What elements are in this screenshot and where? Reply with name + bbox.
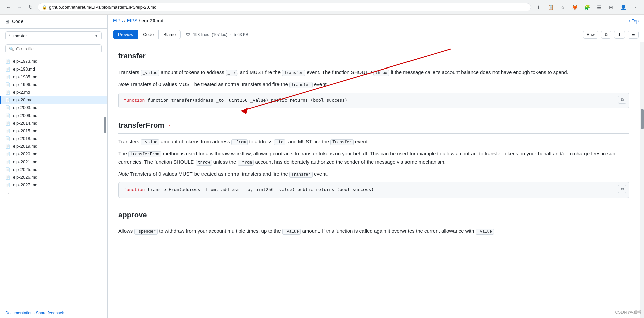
file-item[interactable]: 📄 eip-198.md [0, 65, 107, 73]
sidebar-toggle-icon[interactable]: ⊞ [5, 19, 9, 24]
loc-count: (107 loc) [212, 32, 227, 37]
transferFrom-method-code: transferFrom [128, 151, 161, 157]
more-options-button[interactable]: ☰ [628, 31, 639, 39]
file-name: eip-2014.md [13, 121, 37, 126]
address-bar[interactable]: 🔒 github.com/ethereum/EIPs/blob/master/E… [38, 3, 531, 11]
file-item[interactable]: 📄 eip-2015.md [0, 127, 107, 135]
watermark: CSDN @-联播 [615, 310, 641, 315]
documentation-link[interactable]: Documentation [5, 311, 33, 315]
copy-code-button[interactable]: ⧉ [618, 96, 626, 104]
file-icon: 📄 [5, 75, 10, 79]
vertical-scrollbar[interactable] [640, 42, 644, 318]
file-item[interactable]: 📄 eip-2026.md [0, 173, 107, 181]
breadcrumb-current: eip-20.md [141, 18, 163, 24]
profile-button[interactable]: 👤 [618, 3, 628, 12]
content-header: EIPs / EIPS / eip-20.md ↑ Top [108, 15, 644, 27]
markdown-body: transfer Transfers _value amount of toke… [108, 42, 640, 318]
download-button[interactable]: ⬇ [614, 31, 625, 39]
more-button[interactable]: ⋮ [631, 3, 640, 12]
extension-icon2[interactable]: 🧩 [582, 3, 592, 12]
transfer-note-suffix: event. [313, 81, 328, 87]
share-feedback-link[interactable]: Share feedback [36, 311, 64, 315]
file-item[interactable]: 📄 eip-2009.md [0, 111, 107, 119]
transfer-p1-mid2: , and MUST fire the [237, 69, 282, 75]
file-item[interactable]: 📄 eip-1973.md [0, 57, 107, 65]
file-icon: 📄 [5, 82, 10, 87]
transfer-p1-suffix: if the message caller's account balance … [389, 69, 568, 75]
file-toolbar: Preview Code Blame 🛡 193 lines (107 loc)… [108, 27, 644, 42]
breadcrumb-eips[interactable]: EIPs [113, 18, 123, 24]
note-italic-tf: Note [118, 171, 129, 177]
tab-menu-button[interactable]: ☰ [594, 3, 604, 12]
file-icon: 📄 [5, 98, 10, 102]
file-item[interactable]: 📄 eip-2018.md [0, 135, 107, 142]
function-keyword-tf: function [124, 187, 145, 192]
file-info: 🛡 193 lines (107 loc) · 5.63 KB [186, 32, 248, 37]
tab-code[interactable]: Code [138, 30, 159, 39]
sidebar-title: Code [12, 19, 23, 24]
transferFrom-para1: Transfers _value amount of tokens from a… [118, 138, 629, 146]
transfer-heading: transfer [118, 50, 629, 64]
from-code-tf: _from [231, 139, 248, 145]
search-bar[interactable]: 🔍 [5, 44, 102, 53]
file-icon: 📄 [5, 144, 10, 149]
tab-blame[interactable]: Blame [158, 30, 181, 39]
nav-buttons: ← → ↻ [4, 3, 35, 12]
file-item[interactable]: 📄 eip-2019.md [0, 142, 107, 150]
top-link[interactable]: ↑ Top [629, 18, 639, 24]
file-icon: 📄 [5, 160, 10, 164]
branch-chevron-icon: ▼ [95, 34, 98, 38]
forward-button[interactable]: → [15, 3, 24, 12]
file-icon: 📄 [5, 167, 10, 172]
file-item-active[interactable]: 📄 eip-20.md [0, 96, 107, 104]
file-item[interactable]: 📄 eip-1985.md [0, 73, 107, 81]
bookmark-button[interactable]: ☆ [558, 3, 567, 12]
file-size-separator: · [230, 32, 231, 37]
file-item[interactable]: 📄 eip-2027.md [0, 181, 107, 189]
value-code: _value [141, 70, 159, 76]
extension-icon1[interactable]: 🦊 [570, 3, 579, 12]
from-code-tf2: _from [238, 160, 254, 166]
back-button[interactable]: ← [4, 3, 13, 12]
cast-button[interactable]: 📋 [546, 3, 555, 12]
file-item[interactable]: 📄 eip-2021.md [0, 158, 107, 166]
approve-section: approve Allows _spender to withdraw from… [118, 209, 629, 235]
transferFrom-code-block: function transferFrom(address _from, add… [118, 182, 629, 198]
file-item[interactable]: 📄 eip-2003.md [0, 104, 107, 111]
content-area: EIPs / EIPS / eip-20.md ↑ Top Preview Co… [108, 15, 644, 318]
transfer-event-tf: Transfer [330, 139, 354, 145]
scrollbar-thumb[interactable] [641, 109, 644, 129]
file-name: eip-2020.md [13, 151, 37, 156]
file-item[interactable]: 📄 eip-1996.md [0, 81, 107, 88]
search-icon: 🔍 [9, 47, 14, 51]
reload-button[interactable]: ↻ [26, 3, 35, 12]
breadcrumb: EIPs / EIPS / eip-20.md [113, 18, 164, 24]
split-screen-button[interactable]: ⊟ [606, 3, 616, 12]
file-list: 📄 eip-1973.md 📄 eip-198.md 📄 eip-1985.md… [0, 56, 107, 308]
file-size: 5.63 KB [234, 32, 248, 37]
raw-button[interactable]: Raw [583, 31, 598, 39]
transfer-note-text: Transfers of 0 values MUST be treated as… [129, 81, 289, 87]
copy-raw-button[interactable]: ⧉ [601, 31, 611, 39]
search-input[interactable] [16, 46, 98, 51]
file-name: eip-2026.md [13, 175, 37, 180]
approve-para1: Allows _spender to withdraw from your ac… [118, 227, 629, 235]
sidebar-scrollbar-thumb[interactable] [104, 117, 106, 133]
file-item[interactable]: 📄 eip-2025.md [0, 166, 107, 173]
code-content: function transfer(address _to, uint256 _… [147, 98, 347, 103]
tab-preview[interactable]: Preview [113, 30, 138, 39]
lines-count: 193 lines [193, 32, 209, 37]
transfer-p1-prefix: Transfers [118, 69, 141, 75]
file-item[interactable]: 📄 eip-2.md [0, 88, 107, 96]
file-name: eip-198.md [13, 66, 35, 72]
file-icon: 📄 [5, 67, 10, 72]
download-page-button[interactable]: ⬇ [534, 3, 543, 12]
shield-icon: 🛡 [186, 32, 190, 37]
browser-actions: ⬇ 📋 ☆ 🦊 🧩 ☰ ⊟ 👤 ⋮ [534, 3, 640, 12]
file-item[interactable]: 📄 eip-2020.md [0, 150, 107, 158]
file-item[interactable]: 📄 eip-2014.md [0, 119, 107, 127]
branch-selector[interactable]: ⑂ master ▼ [5, 31, 102, 40]
breadcrumb-eips-folder[interactable]: EIPS [127, 18, 137, 24]
copy-transferFrom-button[interactable]: ⧉ [618, 185, 626, 193]
file-icon: 📄 [5, 90, 10, 95]
